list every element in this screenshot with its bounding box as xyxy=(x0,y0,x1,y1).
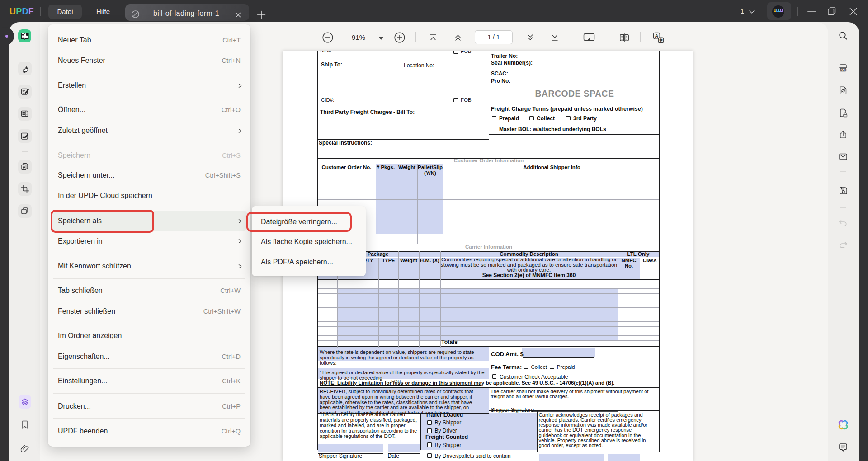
svg-text:✱: ✱ xyxy=(659,38,663,42)
svg-text:A: A xyxy=(655,33,659,38)
svg-text:OCR: OCR xyxy=(840,68,846,71)
